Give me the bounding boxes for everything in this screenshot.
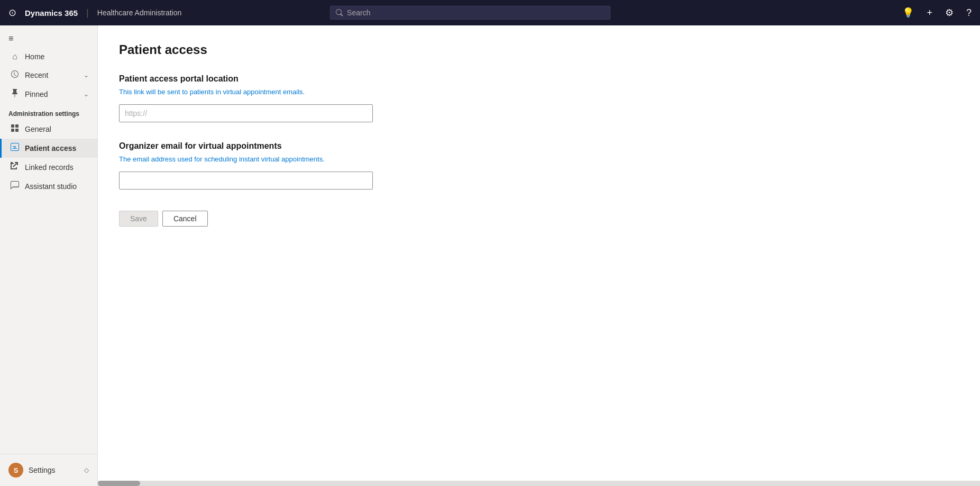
recent-label: Recent [25, 71, 78, 79]
sidebar-bottom: S Settings ◇ [0, 454, 97, 486]
settings-avatar: S [8, 463, 23, 478]
svg-rect-3 [15, 129, 19, 132]
app-name: Dynamics 365 [25, 8, 78, 17]
portal-location-desc: This link will be sent to patients in vi… [119, 88, 959, 96]
pinned-chevron-icon: ⌄ [84, 91, 89, 98]
top-navigation: ⊙ Dynamics 365 | Healthcare Administrati… [0, 0, 980, 25]
svg-rect-1 [15, 124, 19, 128]
admin-section-label: Administration settings [0, 104, 97, 120]
organizer-email-section: Organizer email for virtual appointments… [119, 141, 959, 190]
sidebar-item-patient-access[interactable]: Patient access [0, 139, 97, 158]
topnav-right-icons: 💡 + ⚙ ? [900, 5, 974, 21]
pinned-icon [10, 89, 20, 100]
settings-label: Settings [29, 466, 79, 474]
nav-divider: | [86, 7, 89, 19]
assistant-studio-icon [10, 181, 20, 192]
settings-chevron-icon: ◇ [84, 466, 89, 474]
sidebar-item-pinned[interactable]: Pinned ⌄ [0, 85, 97, 104]
sidebar-hamburger-button[interactable]: ≡ [0, 30, 97, 48]
module-name: Healthcare Administration [97, 8, 182, 17]
search-icon [336, 9, 343, 16]
hamburger-icon: ≡ [8, 34, 13, 43]
sidebar-item-general[interactable]: General [0, 120, 97, 139]
portal-location-section: Patient access portal location This link… [119, 74, 959, 122]
sidebar: ≡ ⌂ Home Recent ⌄ [0, 25, 98, 486]
recent-icon [10, 70, 20, 80]
svg-rect-0 [11, 124, 14, 128]
form-actions: Save Cancel [119, 211, 959, 227]
page-title: Patient access [119, 42, 959, 57]
cancel-button[interactable]: Cancel [162, 211, 208, 227]
main-layout: ≡ ⌂ Home Recent ⌄ [0, 0, 980, 486]
svg-rect-2 [11, 129, 14, 132]
main-content: Patient access Patient access portal loc… [98, 25, 980, 486]
patient-access-icon [10, 143, 20, 154]
general-icon [10, 124, 20, 134]
sidebar-top: ≡ ⌂ Home Recent ⌄ [0, 25, 97, 200]
portal-location-input[interactable] [119, 104, 373, 122]
organizer-email-input[interactable] [119, 172, 373, 190]
sidebar-item-assistant-studio[interactable]: Assistant studio [0, 177, 97, 196]
linked-records-icon [10, 162, 20, 173]
save-button[interactable]: Save [119, 211, 158, 227]
home-icon: ⌂ [10, 52, 20, 61]
horizontal-scrollbar[interactable] [98, 481, 980, 486]
organizer-email-title: Organizer email for virtual appointments [119, 141, 959, 151]
recent-chevron-icon: ⌄ [84, 71, 89, 79]
sidebar-item-linked-records[interactable]: Linked records [0, 158, 97, 177]
scrollbar-thumb[interactable] [98, 481, 140, 486]
settings-icon[interactable]: ⚙ [943, 5, 956, 21]
sidebar-item-recent[interactable]: Recent ⌄ [0, 66, 97, 85]
settings-item[interactable]: S Settings ◇ [0, 458, 97, 482]
organizer-email-desc: The email address used for scheduling in… [119, 155, 959, 163]
linked-records-label: Linked records [25, 163, 89, 172]
search-input[interactable] [347, 8, 605, 17]
add-icon[interactable]: + [924, 5, 935, 21]
lightbulb-icon[interactable]: 💡 [900, 5, 916, 21]
general-label: General [25, 125, 89, 133]
home-label: Home [25, 52, 89, 61]
assistant-studio-label: Assistant studio [25, 182, 89, 191]
pinned-label: Pinned [25, 90, 78, 98]
sidebar-item-home[interactable]: ⌂ Home [0, 48, 97, 66]
patient-access-label: Patient access [25, 144, 89, 152]
search-bar[interactable] [330, 6, 610, 20]
portal-location-title: Patient access portal location [119, 74, 959, 84]
grid-icon[interactable]: ⊙ [6, 5, 19, 21]
help-icon[interactable]: ? [964, 5, 974, 21]
